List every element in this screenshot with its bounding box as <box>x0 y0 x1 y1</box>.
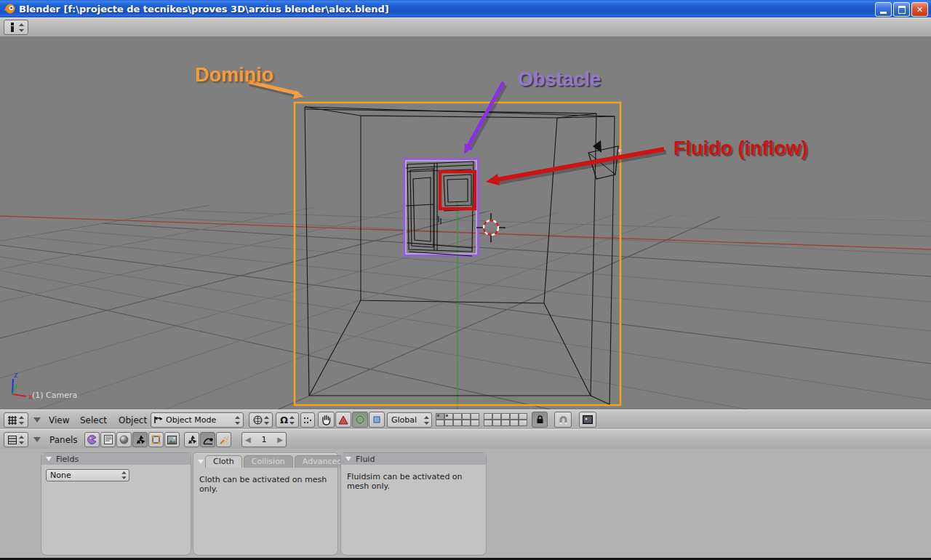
snap-magnet-button[interactable] <box>554 412 572 428</box>
buttons-window-body: Fields None Cloth Collision Advanced Clo… <box>0 449 931 558</box>
layer-19[interactable] <box>510 420 519 426</box>
layer-1[interactable] <box>436 413 444 420</box>
script-icon <box>104 435 113 444</box>
layer-20[interactable] <box>519 420 527 426</box>
lock-icon <box>535 415 545 425</box>
manipulator-toggle-button[interactable] <box>318 412 335 428</box>
annotation-obstacle: Obstacle <box>518 68 601 91</box>
header-collapse-icon[interactable] <box>33 437 41 442</box>
render-preview-button[interactable] <box>579 412 596 428</box>
layer-3[interactable] <box>453 413 462 420</box>
render-image-icon <box>583 415 593 424</box>
pivot-omega-icon: Ω <box>280 415 288 425</box>
cloth-panel: Cloth Collision Advanced Cloth can be ac… <box>193 452 338 556</box>
rotate-manipulator-button[interactable] <box>352 412 368 428</box>
layers-widget[interactable] <box>436 413 527 426</box>
axis-z-label: z <box>14 371 17 379</box>
pivot-selector-button[interactable]: Ω <box>276 412 299 428</box>
editing-context-button[interactable] <box>148 432 164 447</box>
script-context-button[interactable] <box>100 432 116 447</box>
menu-object[interactable]: Object <box>119 415 147 425</box>
window-title: Blender [f:\projecte de tecnikes\proves … <box>19 4 389 15</box>
draw-type-globe-icon <box>253 415 263 425</box>
view3d-window-type-button[interactable] <box>4 412 28 428</box>
tab-cloth[interactable]: Cloth <box>205 455 242 468</box>
dots-icon <box>303 416 312 425</box>
layer-13[interactable] <box>453 420 462 426</box>
cursor-3d[interactable] <box>476 213 506 242</box>
panel-collapse-icon[interactable] <box>46 457 52 461</box>
blender-logo-icon <box>3 2 16 15</box>
layer-9[interactable] <box>510 413 519 420</box>
panel-collapse-icon[interactable] <box>345 457 351 461</box>
restore-button[interactable] <box>893 2 910 17</box>
buttons-window-type-button[interactable] <box>4 432 28 447</box>
viewport-3d[interactable]: z x (1) Camera Dominio Obstacle Fluido (… <box>0 36 931 409</box>
object-arrows-icon <box>135 435 145 445</box>
cloth-panel-message: Cloth can be activated on mesh only. <box>193 468 337 501</box>
layer-4[interactable] <box>462 413 471 420</box>
layer-15[interactable] <box>471 420 479 426</box>
panel-collapse-icon[interactable] <box>198 460 204 464</box>
layer-12[interactable] <box>444 420 453 426</box>
layer-17[interactable] <box>492 420 501 426</box>
menu-panels[interactable]: Panels <box>49 435 78 445</box>
layer-5[interactable] <box>471 413 479 420</box>
layer-6[interactable] <box>484 413 492 420</box>
mode-selector[interactable]: Object Mode <box>151 412 244 428</box>
fields-panel-title: Fields <box>56 455 79 464</box>
frame-prev-arrow[interactable]: ◀ <box>245 436 251 444</box>
fields-type-value: None <box>50 471 71 480</box>
manipulator-center-button[interactable] <box>300 412 315 428</box>
close-icon: ✕ <box>916 5 923 15</box>
grid-icon <box>8 416 17 425</box>
close-button[interactable]: ✕ <box>911 2 928 17</box>
logic-context-button[interactable] <box>84 432 100 447</box>
fluid-panel-header[interactable]: Fluid <box>341 453 486 465</box>
layer-8[interactable] <box>501 413 510 420</box>
layer-16[interactable] <box>484 420 492 426</box>
frame-number-field[interactable]: ◀ 1 ▶ <box>241 432 287 447</box>
object-context-button[interactable] <box>132 432 148 447</box>
shading-context-button[interactable] <box>116 432 132 447</box>
scene-context-button[interactable] <box>164 432 180 447</box>
object-subcontext-button[interactable] <box>184 432 199 447</box>
draw-type-button[interactable] <box>249 412 273 428</box>
frame-number-value: 1 <box>262 435 267 444</box>
stepper-icon <box>424 416 429 425</box>
minimize-button[interactable] <box>875 2 892 17</box>
x-axis-line <box>0 216 931 249</box>
orientation-value: Global <box>391 415 417 425</box>
fields-panel-header[interactable]: Fields <box>41 453 191 465</box>
editing-icon <box>151 435 161 444</box>
physics-subcontext-button[interactable] <box>200 432 215 447</box>
translate-manipulator-button[interactable] <box>335 412 351 428</box>
layer-14[interactable] <box>462 420 471 426</box>
title-bar[interactable]: Blender [f:\projecte de tecnikes\proves … <box>0 0 931 17</box>
layers-group-2[interactable] <box>484 413 527 426</box>
floor-grid <box>0 82 931 409</box>
layer-10[interactable] <box>519 413 527 420</box>
scale-manipulator-button[interactable] <box>369 412 385 428</box>
layer-11[interactable] <box>436 420 444 426</box>
fluid-panel-title: Fluid <box>356 455 375 464</box>
tab-collision[interactable]: Collision <box>244 455 293 468</box>
scene-icon <box>167 436 177 444</box>
context-buttons <box>84 432 180 447</box>
layer-7[interactable] <box>492 413 501 420</box>
header-collapse-icon[interactable] <box>33 417 41 423</box>
window-type-button[interactable] <box>4 20 28 35</box>
stepper-icon <box>19 416 24 425</box>
particles-subcontext-button[interactable] <box>216 432 231 447</box>
orientation-selector[interactable]: Global <box>387 412 432 428</box>
layer-2[interactable] <box>444 413 453 420</box>
menu-view[interactable]: View <box>49 415 69 425</box>
layer-18[interactable] <box>501 420 510 426</box>
lock-layers-button[interactable] <box>532 412 548 428</box>
menu-select[interactable]: Select <box>80 415 107 425</box>
rotate-circle-icon <box>355 415 365 425</box>
hand-icon <box>321 414 332 425</box>
frame-next-arrow[interactable]: ▶ <box>277 436 283 444</box>
layers-group-1[interactable] <box>436 413 479 426</box>
fields-type-selector[interactable]: None <box>46 469 129 481</box>
